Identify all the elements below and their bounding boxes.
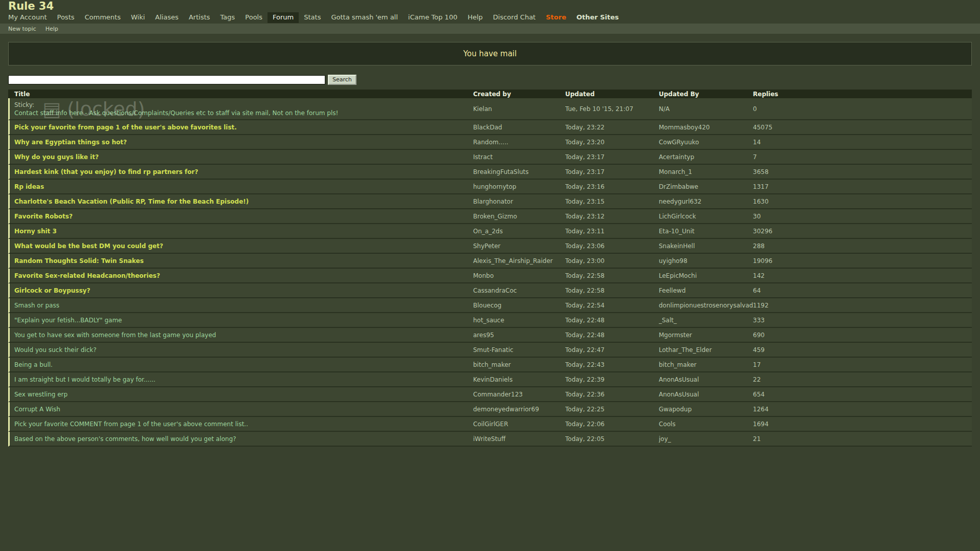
topic-created-by[interactable]: demoneyedwarrior69 [473, 406, 539, 413]
topic-updated-by[interactable]: joy_ [659, 435, 671, 443]
topic-created-by[interactable]: hot_sauce [473, 317, 504, 324]
topic-created-by[interactable]: Random..... [473, 139, 508, 146]
topic-created-by[interactable]: CassandraCoc [473, 287, 517, 294]
topic-replies: 1694 [753, 421, 972, 428]
topic-title[interactable]: Random Thoughts Solid: Twin Snakes [14, 257, 144, 265]
subnav-item-help[interactable]: Help [46, 26, 58, 32]
topic-title[interactable]: I am straight but I would totally be gay… [14, 376, 155, 383]
topic-created-by[interactable]: KevinDaniels [473, 376, 513, 383]
topic-updated: Today, 22:47 [565, 346, 659, 354]
topic-updated-by[interactable]: LichGirlcock [659, 213, 696, 220]
nav-item-pools[interactable]: Pools [240, 12, 268, 23]
topic-created-by[interactable]: Monbo [473, 272, 494, 279]
table-row: Why are Egyptian things so hot? Random..… [8, 135, 972, 150]
nav-item-tags[interactable]: Tags [215, 12, 240, 23]
nav-item-forum[interactable]: Forum [268, 12, 299, 23]
topic-updated-by[interactable]: LeEpicMochi [659, 272, 697, 279]
topic-updated: Today, 23:20 [565, 139, 659, 146]
topic-title[interactable]: Why do you guys like it? [14, 153, 99, 161]
topic-created-by[interactable]: bitch_maker [473, 361, 511, 368]
topic-title[interactable]: Why are Egyptian things so hot? [14, 139, 127, 146]
sticky-topic-title[interactable]: Contact staff info here - Ask questions/… [14, 109, 473, 117]
forum-page: Rule 34 My AccountPostsCommentsWikiAlias… [0, 0, 980, 447]
topic-created-by[interactable]: Istract [473, 153, 493, 161]
nav-item-comments[interactable]: Comments [80, 12, 126, 23]
nav-item-artists[interactable]: Artists [184, 12, 215, 23]
topic-title[interactable]: Sex wrestling erp [14, 391, 68, 398]
topic-updated: Today, 22:58 [565, 272, 659, 279]
topic-updated-by[interactable]: bitch_maker [659, 361, 697, 368]
sticky-created-by[interactable]: Kielan [473, 105, 492, 113]
topic-title[interactable]: Pick your favorite COMMENT from page 1 o… [14, 421, 248, 428]
topic-updated-by[interactable]: SnakeinHell [659, 243, 695, 250]
nav-item-wiki[interactable]: Wiki [126, 12, 150, 23]
search-button[interactable]: Search [328, 75, 357, 85]
subnav-item-new-topic[interactable]: New topic [8, 26, 36, 32]
nav-item-store[interactable]: Store [541, 12, 571, 23]
topic-replies: 1264 [753, 406, 972, 413]
topic-title[interactable]: Corrupt A Wish [14, 406, 60, 413]
topic-updated-by[interactable]: Cools [659, 421, 676, 428]
topic-title[interactable]: What would be the best DM you could get? [14, 243, 163, 250]
topic-created-by[interactable]: On_a_2ds [473, 228, 503, 235]
mail-notice[interactable]: You have mail [8, 42, 972, 65]
topic-title[interactable]: Hardest kink (that you enjoy) to find rp… [14, 168, 198, 175]
topic-updated-by[interactable]: Acertaintyp [659, 153, 694, 161]
topic-updated-by[interactable]: Gwapodup [659, 406, 692, 413]
topic-replies: 459 [753, 346, 972, 354]
topic-created-by[interactable]: hunghornytop [473, 183, 516, 190]
topic-title[interactable]: Girlcock or Boypussy? [14, 287, 90, 294]
topic-created-by[interactable]: iWriteStuff [473, 435, 505, 443]
topic-updated-by[interactable]: Feellewd [659, 287, 686, 294]
nav-item-discord-chat[interactable]: Discord Chat [488, 12, 541, 23]
nav-item-my-account[interactable]: My Account [3, 12, 52, 23]
search-input[interactable] [8, 75, 325, 84]
topic-title[interactable]: Charlotte's Beach Vacation (Public RP, T… [14, 198, 249, 205]
topic-updated-by[interactable]: AnonAsUsual [659, 376, 699, 383]
nav-item-gotta-smash-em-all[interactable]: Gotta smash 'em all [326, 12, 403, 23]
topic-created-by[interactable]: Alexis_The_Airship_Raider [473, 257, 553, 265]
topic-updated-by[interactable]: uyigho98 [659, 257, 687, 265]
topic-updated-by[interactable]: Eta-10_Unit [659, 228, 695, 235]
topic-updated-by[interactable]: _Salt_ [659, 317, 677, 324]
topic-created-by[interactable]: Broken_Gizmo [473, 213, 517, 220]
topic-title[interactable]: Favorite Sex-related Headcanon/theories? [14, 272, 160, 279]
topic-title[interactable]: Rp ideas [14, 183, 44, 190]
topic-created-by[interactable]: Smut-Fanatic [473, 346, 514, 354]
topic-created-by[interactable]: ShyPeter [473, 243, 501, 250]
topic-title[interactable]: Would you suck their dick? [14, 346, 97, 354]
main-nav: My AccountPostsCommentsWikiAliasesArtist… [0, 12, 980, 23]
topic-created-by[interactable]: Blouecog [473, 302, 501, 309]
table-row: Rp ideas hunghornytop Today, 23:16 DrZim… [8, 180, 972, 194]
topic-updated-by[interactable]: donlimpionuestrosenorysalvador [659, 302, 753, 309]
table-row: "Explain your fetish...BADLY" game hot_s… [8, 313, 972, 328]
nav-item-stats[interactable]: Stats [299, 12, 326, 23]
topic-title[interactable]: "Explain your fetish...BADLY" game [14, 317, 122, 324]
topic-title[interactable]: Pick your favorite from page 1 of the us… [14, 124, 237, 131]
nav-item-icame-top-100[interactable]: iCame Top 100 [403, 12, 462, 23]
nav-item-help[interactable]: Help [462, 12, 488, 23]
nav-item-posts[interactable]: Posts [52, 12, 80, 23]
topic-updated-by[interactable]: CowGRyuuko [659, 139, 699, 146]
topic-title[interactable]: Being a bull. [14, 361, 53, 368]
topic-title[interactable]: Based on the above person's comments, ho… [14, 435, 236, 443]
topic-title[interactable]: Favorite Robots? [14, 213, 73, 220]
topic-updated-by[interactable]: needygurl632 [659, 198, 701, 205]
topic-created-by[interactable]: Commander123 [473, 391, 523, 398]
topic-created-by[interactable]: BlackDad [473, 124, 502, 131]
topic-created-by[interactable]: Blarghonator [473, 198, 513, 205]
topic-updated-by[interactable]: AnonAsUsual [659, 391, 699, 398]
topic-updated-by[interactable]: Monarch_1 [659, 168, 692, 175]
topic-title[interactable]: Smash or pass [14, 302, 59, 309]
topic-updated-by[interactable]: Mgormster [659, 332, 692, 339]
topic-title[interactable]: Horny shit 3 [14, 228, 57, 235]
topic-created-by[interactable]: CoilGirlGER [473, 421, 508, 428]
topic-created-by[interactable]: ares95 [473, 332, 494, 339]
topic-updated-by[interactable]: Mommasboy420 [659, 124, 710, 131]
topic-updated-by[interactable]: DrZimbabwe [659, 183, 698, 190]
topic-title[interactable]: You get to have sex with someone from th… [14, 332, 216, 339]
nav-item-other-sites[interactable]: Other Sites [571, 12, 624, 23]
topic-updated-by[interactable]: Lothar_The_Elder [659, 346, 712, 354]
topic-created-by[interactable]: BreakingFutaSluts [473, 168, 529, 175]
nav-item-aliases[interactable]: Aliases [150, 12, 184, 23]
